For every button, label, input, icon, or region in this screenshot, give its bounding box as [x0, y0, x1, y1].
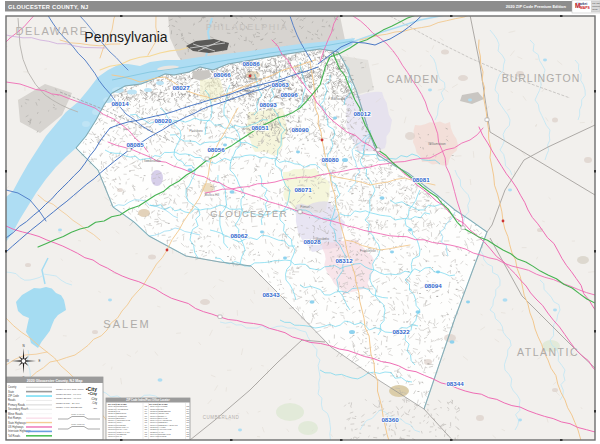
svg-text:N: N [22, 344, 24, 348]
svg-text:SALEM: SALEM [103, 318, 150, 330]
svg-text:ZIP Code: ZIP Code [8, 394, 19, 398]
svg-text:Woodbury: Woodbury [248, 77, 262, 81]
svg-text:2020 ZIP Code Premium Edition: 2020 ZIP Code Premium Edition [506, 4, 567, 9]
svg-text:Blackwood: Blackwood [331, 97, 346, 101]
svg-text:County: County [8, 385, 17, 389]
svg-text:08360: 08360 [381, 416, 399, 423]
svg-text:08012: 08012 [353, 110, 371, 117]
svg-text:ZIP Code Index/Post Office Loc: ZIP Code Index/Post Office Locator [126, 398, 169, 402]
svg-text:Under 4,999 and Below: Under 4,999 and Below [56, 406, 82, 409]
svg-text:Pitman: Pitman [300, 205, 310, 209]
svg-text:BURLINGTON: BURLINGTON [502, 72, 581, 84]
svg-text:GLOUCESTER: GLOUCESTER [210, 208, 287, 219]
svg-text:Williamstown: Williamstown [428, 142, 446, 146]
svg-text:08051: 08051 [251, 124, 269, 131]
svg-text:Under 25,000 - 49,999: Under 25,000 - 49,999 [56, 397, 82, 400]
svg-text:08080: 08080 [321, 156, 339, 163]
svg-text:08344: 08344 [446, 380, 464, 387]
svg-text:Mullica Hill: Mullica Hill [205, 193, 220, 197]
svg-text:ATLANTIC: ATLANTIC [517, 346, 579, 358]
svg-text:CAMDEN: CAMDEN [387, 73, 440, 85]
svg-text:E: E [38, 359, 40, 363]
svg-text:08343: 08343 [262, 291, 280, 298]
svg-text:08062: 08062 [230, 232, 248, 239]
svg-text:State: State [8, 390, 15, 394]
svg-text:08071 PITMAN: 08071 PITMAN [108, 435, 122, 437]
svg-text:PHILADELPHIA: PHILADELPHIA [206, 22, 289, 32]
svg-text:•City: •City [88, 391, 98, 396]
svg-text:Toll Roads: Toll Roads [8, 434, 21, 438]
svg-text:08096: 08096 [280, 91, 298, 98]
svg-text:08081: 08081 [412, 176, 430, 183]
svg-text:08014: 08014 [111, 100, 129, 107]
svg-text:08063: 08063 [271, 81, 289, 88]
svg-text:08344 NEWFIELD: 08344 NEWFIELD [150, 435, 167, 437]
svg-text:Under 50,000 - 99,999: Under 50,000 - 99,999 [56, 393, 82, 396]
svg-text:State Highways: State Highways [8, 421, 27, 425]
svg-text:08071: 08071 [294, 186, 312, 193]
svg-text:08085: 08085 [126, 141, 144, 148]
svg-text:Exit Ramps: Exit Ramps [8, 416, 22, 420]
svg-text:US Highways: US Highways [8, 425, 24, 429]
svg-text:08066: 08066 [213, 71, 231, 78]
svg-text:Reference: Reference [592, 5, 600, 7]
svg-text:CUMBERLAND: CUMBERLAND [203, 415, 240, 420]
svg-text:MAPS: MAPS [580, 6, 591, 10]
svg-text:Primary Roads: Primary Roads [8, 403, 26, 407]
svg-text:08086: 08086 [242, 60, 260, 67]
svg-text:Swedesboro: Swedesboro [144, 159, 161, 163]
svg-text:08020: 08020 [154, 117, 172, 124]
svg-text:Glassboro: Glassboro [315, 237, 329, 241]
svg-text:2020 Gloucester County, NJ Map: 2020 Gloucester County, NJ Map [27, 379, 83, 383]
svg-text:Roads: Roads [8, 398, 16, 402]
svg-text:◦City: ◦City [92, 401, 98, 405]
svg-text:Guide: Guide [592, 8, 598, 10]
svg-text:Under 5,000 - 24,999: Under 5,000 - 24,999 [56, 402, 80, 405]
svg-text:Deptford: Deptford [242, 89, 254, 93]
svg-text:Paulsboro: Paulsboro [189, 129, 203, 133]
svg-text:SCALE/ZIP: SCALE/ZIP [592, 2, 600, 4]
svg-text:08312: 08312 [335, 257, 353, 264]
svg-text:Franklinville: Franklinville [360, 249, 376, 253]
svg-text:GLOUCESTER COUNTY, NJ: GLOUCESTER COUNTY, NJ [8, 4, 89, 10]
svg-text:Pennsylvania: Pennsylvania [84, 29, 167, 45]
svg-text:◦City: ◦City [90, 397, 97, 401]
svg-text:08090: 08090 [291, 126, 309, 133]
svg-text:08093: 08093 [259, 101, 277, 108]
svg-text:08027: 08027 [172, 84, 190, 91]
svg-text:08322: 08322 [392, 328, 410, 335]
svg-text:DELAWARE: DELAWARE [16, 25, 89, 37]
svg-text:08056: 08056 [207, 146, 225, 153]
svg-text:Under 99,999 and Above: Under 99,999 and Above [56, 388, 84, 391]
svg-text:Minor Roads: Minor Roads [8, 412, 23, 416]
svg-text:08094: 08094 [424, 282, 442, 289]
